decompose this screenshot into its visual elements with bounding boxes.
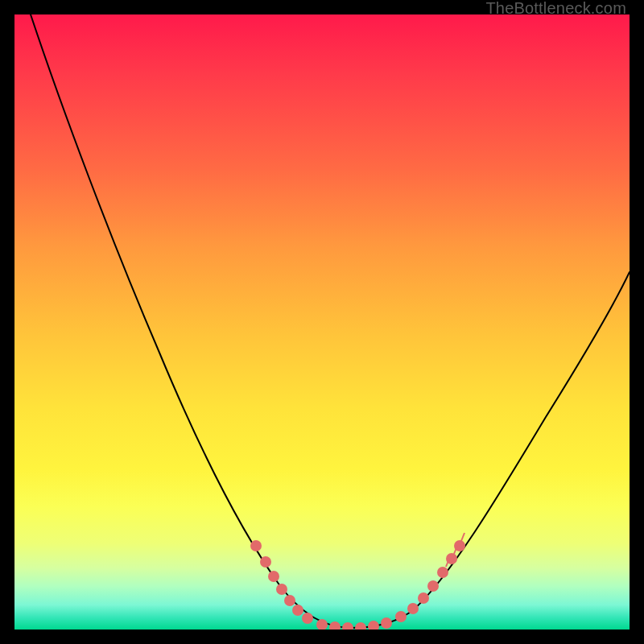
marker-point: [302, 613, 313, 624]
marker-point: [395, 611, 407, 622]
marker-point: [418, 592, 429, 604]
marker-point: [437, 567, 448, 578]
marker-point: [284, 595, 295, 606]
marker-tick: [461, 533, 464, 541]
bottleneck-curve: [31, 14, 630, 628]
marker-point: [292, 605, 303, 616]
plot-area: [14, 14, 630, 630]
marker-point: [381, 617, 392, 629]
marker-point: [276, 584, 287, 595]
marker-point: [342, 622, 353, 630]
chart-svg: [14, 14, 630, 630]
marker-point: [407, 603, 419, 614]
marker-point: [268, 571, 279, 582]
marker-point: [260, 556, 271, 568]
watermark-text: TheBottleneck.com: [485, 0, 626, 16]
marker-point: [329, 621, 341, 630]
marker-point: [368, 621, 379, 630]
marker-point: [355, 622, 366, 630]
marker-point: [427, 580, 439, 592]
marker-point: [250, 540, 262, 551]
chart-frame: TheBottleneck.com: [0, 0, 644, 644]
